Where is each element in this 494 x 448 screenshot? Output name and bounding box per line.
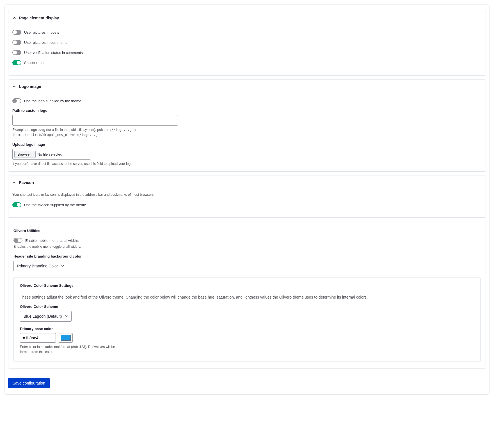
toggle-label: User pictures in comments (24, 40, 67, 45)
select-value: Primary Branding Color (17, 264, 58, 268)
chevron-down-icon (61, 264, 64, 268)
browse-button[interactable]: Browse... (14, 151, 36, 158)
mobile-menu-description: Enables the mobile menu toggle at all wi… (13, 244, 187, 249)
toggle-shortcut-icon[interactable] (12, 60, 21, 65)
section-favicon: Favicon Your shortcut icon, or favicon, … (8, 176, 486, 218)
toggle-label: Use the logo supplied by the theme (24, 99, 81, 103)
toggle-mobile-menu[interactable] (13, 238, 22, 243)
color-swatch (61, 335, 71, 341)
chevron-up-icon (12, 181, 16, 185)
toggle-row-use-theme-logo: Use the logo supplied by the theme (12, 98, 482, 103)
summary-logo-image[interactable]: Logo image (8, 80, 486, 93)
toggle-user-pictures-posts[interactable] (12, 30, 21, 35)
primary-base-color-description: Enter color in hexadecimal format (#abc1… (20, 344, 115, 354)
path-description: Examples: logo.svg (for a file in the pu… (12, 127, 186, 137)
save-configuration-button[interactable]: Save configuration (8, 378, 50, 388)
chevron-up-icon (12, 85, 16, 88)
toggle-row-use-theme-favicon: Use the favicon supplied by the theme (12, 202, 482, 207)
color-scheme-panel: Olivero Color Scheme Settings These sett… (13, 278, 481, 361)
toggle-row-user-verification: User verification status in comments (12, 50, 482, 55)
toggle-user-pictures-comments[interactable] (12, 40, 21, 45)
chevron-up-icon (12, 16, 16, 20)
section-title: Logo image (19, 84, 41, 89)
toggle-label: Use the favicon supplied by the theme (24, 203, 86, 207)
toggle-user-verification[interactable] (12, 50, 21, 55)
section-olivero-utilities: Olivero Utilities Enable mobile menu at … (8, 222, 486, 369)
color-scheme-label: Olivero Color Scheme (20, 304, 474, 309)
primary-base-color-picker[interactable] (59, 333, 73, 343)
toggle-label: Shortcut icon (24, 61, 45, 65)
branding-color-label: Header site branding background color (13, 254, 481, 258)
toggle-use-theme-logo[interactable] (12, 98, 21, 103)
toggle-row-shortcut-icon: Shortcut icon (12, 60, 482, 65)
color-scheme-select[interactable]: Blue Lagoon (Default) (20, 311, 72, 322)
favicon-description: Your shortcut icon, or favicon, is displ… (12, 192, 186, 197)
olivero-utilities-title: Olivero Utilities (13, 225, 481, 233)
primary-base-color-input[interactable] (20, 333, 56, 343)
upload-logo-file[interactable]: Browse... No file selected. (12, 149, 90, 160)
summary-page-element-display[interactable]: Page element display (8, 11, 486, 25)
toggle-label: User verification status in comments (24, 51, 83, 55)
color-scheme-title: Olivero Color Scheme Settings (20, 283, 474, 288)
primary-base-color-label: Primary base color (20, 327, 474, 331)
toggle-use-theme-favicon[interactable] (12, 202, 21, 207)
file-status: No file selected. (37, 152, 63, 156)
select-value: Blue Lagoon (Default) (24, 314, 62, 319)
upload-description: If you don't have direct file access to … (12, 161, 186, 166)
upload-logo-label: Upload logo image (12, 142, 482, 147)
section-title: Page element display (19, 16, 59, 20)
toggle-row-user-pictures-comments: User pictures in comments (12, 40, 482, 45)
chevron-down-icon (65, 314, 68, 319)
path-to-custom-logo-input[interactable] (12, 115, 178, 126)
section-page-element-display: Page element display User pictures in po… (8, 11, 486, 76)
toggle-row-mobile-menu: Enable mobile menu at all widths (13, 238, 481, 243)
toggle-row-user-pictures-posts: User pictures in posts (12, 30, 482, 35)
toggle-label: Enable mobile menu at all widths (25, 238, 79, 243)
color-scheme-description: These settings adjust the look and feel … (20, 295, 474, 299)
summary-favicon[interactable]: Favicon (8, 176, 486, 189)
section-logo-image: Logo image Use the logo supplied by the … (8, 79, 486, 172)
path-to-custom-logo-label: Path to custom logo (12, 108, 482, 113)
toggle-label: User pictures in posts (24, 30, 59, 35)
branding-color-select[interactable]: Primary Branding Color (13, 261, 68, 271)
section-title: Favicon (19, 180, 34, 185)
